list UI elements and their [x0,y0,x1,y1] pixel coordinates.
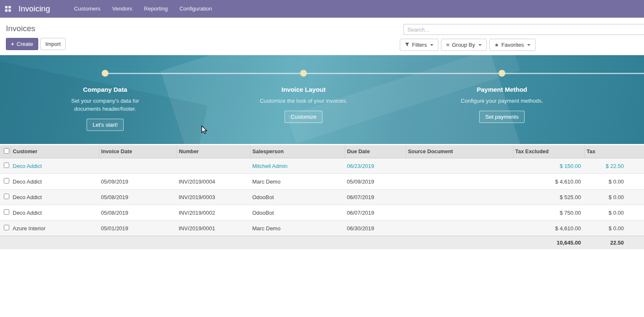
group-by-icon: ≡ [446,42,449,48]
lets-start-button[interactable]: Let's start! [87,119,124,131]
cell-due-date[interactable]: 05/09/2019 [345,174,406,189]
step-description: Set your company's data for documents he… [61,97,150,113]
cell-invoice-date[interactable] [99,158,177,174]
customize-button[interactable]: Customize [285,111,322,123]
cell-customer[interactable]: Deco Addict [11,205,99,221]
group-by-label: Group By [452,42,475,48]
table-row: Deco Addict 05/08/2019 INV/2019/0003 Odo… [0,189,644,205]
cell-tax[interactable]: $ 0.00 [584,189,644,205]
cell-number[interactable]: INV/2019/0001 [177,221,250,236]
cell-tax-excluded[interactable]: $ 4,610.00 [513,221,584,236]
menu-configuration[interactable]: Configuration [174,0,218,18]
row-checkbox[interactable] [4,194,9,199]
app-name[interactable]: Invoicing [18,4,50,13]
filter-funnel-icon [405,42,409,48]
cell-tax-excluded[interactable]: $ 150.00 [513,158,584,174]
row-checkbox[interactable] [4,209,9,215]
cell-tax[interactable]: $ 0.00 [584,221,644,236]
select-all-checkbox[interactable] [4,148,9,154]
total-tax-excluded: 10,645.00 [513,236,584,250]
table-row: Deco Addict 05/09/2019 INV/2019/0004 Mar… [0,174,644,189]
cell-number[interactable]: INV/2019/0004 [177,174,250,189]
cell-customer[interactable]: Azure Interior [11,221,99,236]
invoice-list-table: Customer Invoice Date Number Salesperson… [0,145,644,249]
filters-button[interactable]: Filters [400,39,438,51]
menu-vendors[interactable]: Vendors [106,0,138,18]
cell-source-document[interactable] [406,221,513,236]
set-payments-button[interactable]: Set payments [479,111,525,123]
cell-number[interactable] [177,158,250,174]
apps-grid-icon[interactable] [5,6,11,12]
cell-customer[interactable]: Deco Addict [11,158,99,174]
table-totals-row: 10,645.00 22.50 [0,236,644,250]
cell-source-document[interactable] [406,174,513,189]
search-input[interactable] [404,24,644,35]
onboarding-step-company-data: Company Data Set your company's data for… [38,70,172,131]
cell-due-date[interactable]: 06/30/2019 [345,221,406,236]
select-all-cell [0,145,11,158]
column-header-tax[interactable]: Tax [584,145,644,158]
column-header-source-document[interactable]: Source Document [406,145,513,158]
column-header-customer[interactable]: Customer [11,145,99,158]
cell-invoice-date[interactable]: 05/01/2019 [99,221,177,236]
onboarding-step-payment-method: Payment Method Configure your payment me… [435,70,569,123]
column-header-salesperson[interactable]: Salesperson [250,145,345,158]
caret-down-icon [478,44,482,46]
favorites-label: Favorites [501,42,524,48]
cell-salesperson[interactable]: Marc Demo [250,221,345,236]
menu-customers[interactable]: Customers [68,0,106,18]
cell-source-document[interactable] [406,158,513,174]
table-header-row: Customer Invoice Date Number Salesperson… [0,145,644,158]
cell-salesperson[interactable]: Marc Demo [250,174,345,189]
top-navbar: Invoicing Customers Vendors Reporting Co… [0,0,644,18]
step-dot [300,70,307,77]
column-header-number[interactable]: Number [177,145,250,158]
cell-tax[interactable]: $ 22.50 [584,158,644,174]
step-title: Company Data [38,86,172,93]
cell-tax-excluded[interactable]: $ 750.00 [513,205,584,221]
cell-source-document[interactable] [406,205,513,221]
plus-icon: + [11,41,14,47]
cell-salesperson[interactable]: OdooBot [250,205,345,221]
filters-label: Filters [412,42,427,48]
column-header-tax-excluded[interactable]: Tax Excluded [513,145,584,158]
cell-number[interactable]: INV/2019/0002 [177,205,250,221]
step-description: Customize the look of your invoices. [259,97,348,105]
step-title: Invoice Layout [236,86,371,93]
main-menu: Customers Vendors Reporting Configuratio… [68,0,218,18]
row-checkbox[interactable] [4,162,9,168]
cell-tax[interactable]: $ 0.00 [584,174,644,189]
cell-invoice-date[interactable]: 05/08/2019 [99,205,177,221]
table-row: Deco Addict 05/08/2019 INV/2019/0002 Odo… [0,205,644,221]
cell-due-date[interactable]: 06/23/2019 [345,158,406,174]
onboarding-banner: Company Data Set your company's data for… [0,55,644,144]
caret-down-icon [430,44,433,46]
import-button[interactable]: Import [40,38,66,50]
cell-customer[interactable]: Deco Addict [11,189,99,205]
cell-salesperson[interactable]: Mitchell Admin [250,158,345,174]
column-header-invoice-date[interactable]: Invoice Date [99,145,177,158]
cell-tax-excluded[interactable]: $ 4,610.00 [513,174,584,189]
cell-number[interactable]: INV/2019/0003 [177,189,250,205]
favorites-button[interactable]: ★ Favorites [489,39,536,51]
cell-due-date[interactable]: 06/07/2019 [345,205,406,221]
cell-due-date[interactable]: 06/07/2019 [345,189,406,205]
row-checkbox[interactable] [4,225,9,230]
column-header-due-date[interactable]: Due Date [345,145,406,158]
cell-tax-excluded[interactable]: $ 525.00 [513,189,584,205]
row-checkbox[interactable] [4,178,9,184]
menu-reporting[interactable]: Reporting [138,0,174,18]
cell-salesperson[interactable]: OdooBot [250,189,345,205]
cell-customer[interactable]: Deco Addict [11,174,99,189]
onboarding-step-invoice-layout: Invoice Layout Customize the look of you… [236,70,371,123]
page-title: Invoices [6,24,66,33]
create-button[interactable]: + Create [6,38,38,50]
control-panel: Invoices + Create Import Filters ≡ Group… [0,18,644,55]
cell-source-document[interactable] [406,189,513,205]
group-by-button[interactable]: ≡ Group By [441,39,487,51]
cell-invoice-date[interactable]: 05/08/2019 [99,189,177,205]
star-icon: ★ [494,42,499,48]
cell-invoice-date[interactable]: 05/09/2019 [99,174,177,189]
cell-tax[interactable]: $ 0.00 [584,205,644,221]
step-title: Payment Method [435,86,569,93]
